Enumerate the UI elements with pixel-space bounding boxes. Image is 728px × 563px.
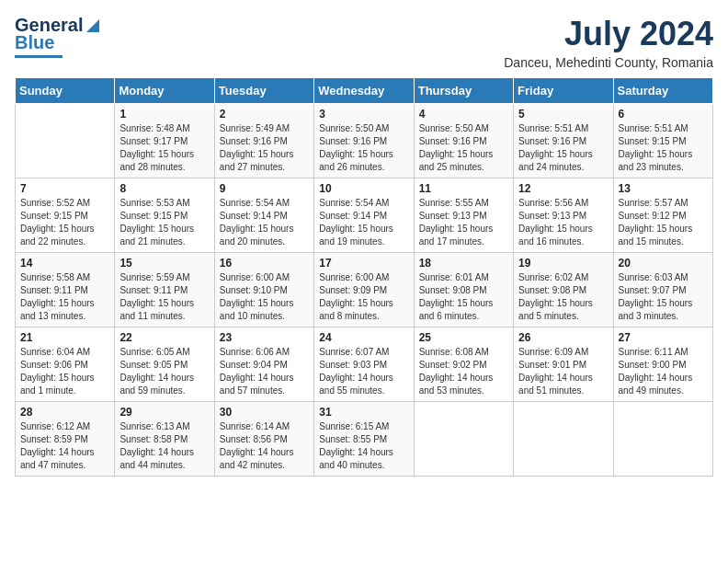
day-number: 8 — [119, 182, 209, 195]
title-block: July 2024 Danceu, Mehedinti County, Roma… — [504, 15, 713, 70]
logo-blue: Blue — [15, 32, 54, 53]
calendar-cell: 4Sunrise: 5:50 AM Sunset: 9:16 PM Daylig… — [414, 104, 513, 178]
calendar-cell: 18Sunrise: 6:01 AM Sunset: 9:08 PM Dayli… — [414, 253, 513, 327]
day-info: Sunrise: 6:07 AM Sunset: 9:03 PM Dayligh… — [319, 346, 408, 397]
calendar-week-row: 14Sunrise: 5:58 AM Sunset: 9:11 PM Dayli… — [16, 253, 713, 327]
calendar-cell: 12Sunrise: 5:56 AM Sunset: 9:13 PM Dayli… — [514, 178, 613, 253]
calendar-day-header: Monday — [115, 78, 214, 104]
day-info: Sunrise: 6:14 AM Sunset: 8:56 PM Dayligh… — [220, 420, 309, 472]
logo-underline — [15, 55, 63, 58]
calendar-day-header: Tuesday — [214, 78, 313, 104]
day-info: Sunrise: 5:54 AM Sunset: 9:14 PM Dayligh… — [220, 197, 309, 248]
calendar-cell — [514, 402, 613, 477]
day-info: Sunrise: 5:58 AM Sunset: 9:11 PM Dayligh… — [20, 271, 109, 323]
calendar-cell: 21Sunrise: 6:04 AM Sunset: 9:06 PM Dayli… — [16, 327, 115, 402]
calendar-week-row: 7Sunrise: 5:52 AM Sunset: 9:15 PM Daylig… — [16, 178, 713, 253]
day-number: 13 — [619, 182, 708, 195]
day-number: 30 — [220, 406, 309, 419]
calendar-cell: 7Sunrise: 5:52 AM Sunset: 9:15 PM Daylig… — [16, 178, 115, 253]
day-number: 2 — [220, 108, 309, 121]
calendar-day-header: Friday — [514, 78, 613, 104]
calendar-cell — [414, 402, 513, 477]
calendar-cell: 17Sunrise: 6:00 AM Sunset: 9:09 PM Dayli… — [314, 253, 414, 327]
calendar-cell: 1Sunrise: 5:48 AM Sunset: 9:17 PM Daylig… — [115, 104, 214, 178]
day-info: Sunrise: 5:59 AM Sunset: 9:11 PM Dayligh… — [119, 271, 209, 323]
day-number: 4 — [419, 108, 508, 121]
calendar-cell: 24Sunrise: 6:07 AM Sunset: 9:03 PM Dayli… — [314, 327, 414, 402]
day-info: Sunrise: 5:50 AM Sunset: 9:16 PM Dayligh… — [319, 122, 408, 174]
calendar-cell: 15Sunrise: 5:59 AM Sunset: 9:11 PM Dayli… — [115, 253, 214, 327]
calendar-cell — [613, 402, 712, 477]
day-number: 14 — [20, 257, 109, 270]
calendar-week-row: 1Sunrise: 5:48 AM Sunset: 9:17 PM Daylig… — [16, 104, 713, 178]
day-info: Sunrise: 6:02 AM Sunset: 9:08 PM Dayligh… — [518, 271, 608, 323]
calendar-cell: 14Sunrise: 5:58 AM Sunset: 9:11 PM Dayli… — [16, 253, 115, 327]
day-info: Sunrise: 6:00 AM Sunset: 9:10 PM Dayligh… — [220, 271, 309, 323]
day-info: Sunrise: 6:08 AM Sunset: 9:02 PM Dayligh… — [419, 346, 508, 397]
day-number: 7 — [20, 182, 109, 195]
day-number: 1 — [119, 108, 209, 121]
day-info: Sunrise: 5:56 AM Sunset: 9:13 PM Dayligh… — [518, 197, 608, 248]
day-info: Sunrise: 6:00 AM Sunset: 9:09 PM Dayligh… — [319, 271, 408, 323]
calendar-header-row: SundayMondayTuesdayWednesdayThursdayFrid… — [16, 78, 713, 104]
calendar-day-header: Sunday — [16, 78, 115, 104]
page-title: July 2024 — [504, 15, 713, 53]
day-number: 19 — [518, 257, 608, 270]
calendar-cell: 2Sunrise: 5:49 AM Sunset: 9:16 PM Daylig… — [214, 104, 313, 178]
calendar-week-row: 28Sunrise: 6:12 AM Sunset: 8:59 PM Dayli… — [16, 402, 713, 477]
day-number: 15 — [119, 257, 209, 270]
calendar-cell: 26Sunrise: 6:09 AM Sunset: 9:01 PM Dayli… — [514, 327, 613, 402]
day-number: 20 — [619, 257, 708, 270]
calendar-day-header: Saturday — [613, 78, 712, 104]
calendar-cell: 29Sunrise: 6:13 AM Sunset: 8:58 PM Dayli… — [115, 402, 214, 477]
calendar-cell — [16, 104, 115, 178]
day-info: Sunrise: 5:55 AM Sunset: 9:13 PM Dayligh… — [419, 197, 508, 248]
day-number: 5 — [518, 108, 608, 121]
calendar-cell: 5Sunrise: 5:51 AM Sunset: 9:16 PM Daylig… — [514, 104, 613, 178]
calendar-table: SundayMondayTuesdayWednesdayThursdayFrid… — [15, 77, 713, 477]
day-info: Sunrise: 6:11 AM Sunset: 9:00 PM Dayligh… — [619, 346, 708, 397]
day-number: 12 — [518, 182, 608, 195]
day-info: Sunrise: 5:53 AM Sunset: 9:15 PM Dayligh… — [119, 197, 209, 248]
calendar-day-header: Thursday — [414, 78, 513, 104]
day-info: Sunrise: 6:15 AM Sunset: 8:55 PM Dayligh… — [319, 420, 408, 472]
calendar-cell: 11Sunrise: 5:55 AM Sunset: 9:13 PM Dayli… — [414, 178, 513, 253]
day-number: 26 — [518, 331, 608, 344]
calendar-cell: 25Sunrise: 6:08 AM Sunset: 9:02 PM Dayli… — [414, 327, 513, 402]
svg-marker-0 — [86, 19, 99, 32]
day-info: Sunrise: 6:04 AM Sunset: 9:06 PM Dayligh… — [20, 346, 109, 397]
day-info: Sunrise: 6:03 AM Sunset: 9:07 PM Dayligh… — [619, 271, 708, 323]
calendar-cell: 13Sunrise: 5:57 AM Sunset: 9:12 PM Dayli… — [613, 178, 712, 253]
calendar-cell: 22Sunrise: 6:05 AM Sunset: 9:05 PM Dayli… — [115, 327, 214, 402]
day-info: Sunrise: 5:57 AM Sunset: 9:12 PM Dayligh… — [619, 197, 708, 248]
day-info: Sunrise: 5:51 AM Sunset: 9:15 PM Dayligh… — [619, 122, 708, 174]
day-info: Sunrise: 5:49 AM Sunset: 9:16 PM Dayligh… — [220, 122, 309, 174]
calendar-day-header: Wednesday — [314, 78, 414, 104]
day-number: 21 — [20, 331, 109, 344]
day-number: 24 — [319, 331, 408, 344]
day-number: 25 — [419, 331, 508, 344]
calendar-cell: 9Sunrise: 5:54 AM Sunset: 9:14 PM Daylig… — [214, 178, 313, 253]
calendar-cell: 23Sunrise: 6:06 AM Sunset: 9:04 PM Dayli… — [214, 327, 313, 402]
logo-triangle-icon — [83, 16, 103, 36]
day-number: 27 — [619, 331, 708, 344]
page-subtitle: Danceu, Mehedinti County, Romania — [504, 55, 713, 70]
day-info: Sunrise: 6:09 AM Sunset: 9:01 PM Dayligh… — [518, 346, 608, 397]
page-header: General Blue July 2024 Danceu, Mehedinti… — [15, 15, 713, 70]
calendar-cell: 31Sunrise: 6:15 AM Sunset: 8:55 PM Dayli… — [314, 402, 414, 477]
calendar-cell: 8Sunrise: 5:53 AM Sunset: 9:15 PM Daylig… — [115, 178, 214, 253]
day-number: 28 — [20, 406, 109, 419]
day-info: Sunrise: 5:51 AM Sunset: 9:16 PM Dayligh… — [518, 122, 608, 174]
day-number: 3 — [319, 108, 408, 121]
day-number: 29 — [119, 406, 209, 419]
calendar-cell: 6Sunrise: 5:51 AM Sunset: 9:15 PM Daylig… — [613, 104, 712, 178]
day-info: Sunrise: 6:12 AM Sunset: 8:59 PM Dayligh… — [20, 420, 109, 472]
day-info: Sunrise: 6:01 AM Sunset: 9:08 PM Dayligh… — [419, 271, 508, 323]
day-number: 22 — [119, 331, 209, 344]
day-info: Sunrise: 6:05 AM Sunset: 9:05 PM Dayligh… — [119, 346, 209, 397]
calendar-cell: 19Sunrise: 6:02 AM Sunset: 9:08 PM Dayli… — [514, 253, 613, 327]
day-number: 18 — [419, 257, 508, 270]
day-number: 17 — [319, 257, 408, 270]
day-info: Sunrise: 5:50 AM Sunset: 9:16 PM Dayligh… — [419, 122, 508, 174]
day-number: 16 — [220, 257, 309, 270]
